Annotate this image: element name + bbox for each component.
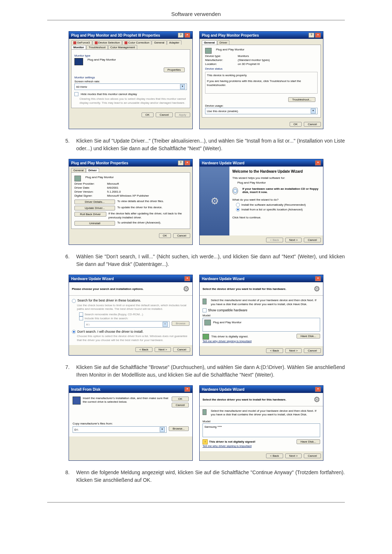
install-from-disk-dialog: Install From Disk × Insert the manufactu… [69, 385, 193, 461]
copy-from-path[interactable]: D:\▾ [73, 426, 167, 433]
cancel-button[interactable]: Cancel [304, 454, 321, 458]
back-button[interactable]: < Back [266, 454, 283, 458]
tab-color-correction[interactable]: Color Correction [122, 40, 151, 45]
radio-dont-search[interactable] [72, 330, 76, 334]
monitor-icon [74, 58, 83, 65]
gear-icon: ⚙ [314, 395, 320, 404]
radio-list[interactable] [236, 208, 240, 212]
ok-button[interactable]: OK [290, 122, 302, 127]
show-compatible-checkbox[interactable] [203, 308, 207, 312]
uninstall-button[interactable]: Uninstall [74, 221, 115, 226]
monitor-type-label: Monitor type [74, 54, 187, 57]
close-icon[interactable]: × [315, 387, 321, 392]
tab-general[interactable]: General [202, 40, 217, 45]
radio-search[interactable] [72, 299, 76, 303]
next-button[interactable]: Next > [155, 347, 171, 352]
step-number: 6. [65, 253, 76, 268]
cancel-button[interactable]: Cancel [304, 238, 321, 242]
gear-icon: ⚙ [183, 284, 189, 293]
close-icon[interactable]: × [315, 276, 321, 281]
driver-version-label: Driver Version: [74, 190, 107, 193]
browse-button: Browse [172, 321, 189, 326]
nvidia-icon [73, 41, 76, 44]
tab-driver[interactable]: Driver [217, 40, 229, 45]
update-driver-button[interactable]: Update Driver... [74, 206, 115, 210]
tab-monitor[interactable]: Monitor [71, 45, 86, 49]
monitor-icon [204, 320, 211, 325]
close-icon[interactable]: × [184, 33, 190, 38]
ok-button[interactable]: OK [159, 233, 171, 238]
have-disk-button[interactable]: Have Disk... [297, 334, 320, 338]
cancel-button[interactable]: Cancel [304, 122, 321, 127]
tab-color-management[interactable]: Color Management [108, 45, 137, 49]
step-number: 7. [65, 364, 76, 379]
signing-info-link[interactable]: Tell me why driver signing is important [203, 340, 252, 343]
cancel-button[interactable]: Cancel [173, 233, 190, 238]
model-list[interactable]: Plug and Play Monitor [203, 318, 320, 332]
properties-button[interactable]: Properties [164, 67, 185, 72]
window-title: Hardware Update Wizard [202, 277, 245, 281]
nvidia-icon [95, 41, 98, 44]
close-icon[interactable]: × [315, 160, 321, 165]
tab-geforce3[interactable]: GeForce3 [71, 40, 92, 45]
driver-date-label: Driver Date: [74, 186, 107, 189]
pnp-monitor-properties-driver: Plug and Play Monitor Properties ? × Gen… [69, 159, 193, 245]
model-list[interactable]: Samsung **** [203, 423, 320, 437]
device-name: Plug and Play Monitor [216, 48, 244, 52]
ok-button[interactable]: OK [142, 112, 154, 117]
tab-driver[interactable]: Driver [86, 168, 99, 172]
chevron-down-icon[interactable]: ▾ [160, 427, 165, 432]
chevron-down-icon[interactable]: ▾ [311, 108, 316, 114]
cancel-button[interactable]: Cancel [304, 348, 321, 353]
help-icon[interactable]: ? [309, 33, 314, 38]
ok-button[interactable]: OK [172, 397, 189, 401]
radio-auto[interactable] [236, 203, 240, 207]
cancel-button[interactable]: Cancel [172, 403, 189, 407]
next-button[interactable]: Next > [285, 238, 302, 242]
signing-info-link[interactable]: Tell me why driver signing is important [203, 444, 256, 448]
driver-details-text: To view details about the driver files. [117, 200, 164, 203]
tab-troubleshoot[interactable]: Troubleshoot [86, 45, 107, 49]
tab-device-selection[interactable]: Device Selection [93, 40, 122, 45]
tab-general[interactable]: General [152, 40, 166, 45]
wizard-cd-note: If your hardware came with an installati… [242, 187, 320, 194]
close-icon[interactable]: × [315, 33, 321, 38]
rollback-driver-button[interactable]: Roll Back Driver [74, 212, 106, 217]
radio-dont-search-label: Don't search. I will choose the driver t… [77, 330, 143, 333]
next-button[interactable]: Next > [285, 454, 302, 458]
device-usage-select[interactable]: Use this device (enable) ▾ [205, 108, 318, 114]
back-button[interactable]: < Back [135, 347, 152, 352]
manufacturer-value: (Standard monitor types) [238, 58, 270, 62]
monitor-name: Plug and Play Monitor [87, 58, 116, 62]
back-button[interactable]: < Back [266, 348, 283, 353]
wizard-question: What do you want the wizard to do? [232, 198, 320, 201]
cancel-button[interactable]: Cancel [156, 112, 173, 117]
device-type-label: Device type: [205, 54, 238, 58]
help-icon[interactable]: ? [178, 160, 184, 165]
model-label: Model [203, 314, 320, 317]
update-driver-text: To update the driver for this device. [117, 206, 163, 209]
cancel-button[interactable]: Cancel [173, 347, 190, 352]
have-disk-button[interactable]: Have Disk... [297, 439, 320, 444]
hide-modes-checkbox[interactable] [74, 92, 78, 96]
digital-signer-value: Microsoft Windows XP Publisher [107, 194, 149, 197]
close-icon[interactable]: × [184, 276, 190, 281]
driver-details-button[interactable]: Driver Details... [74, 200, 115, 204]
wizard-intro: This wizard helps you install software f… [232, 176, 320, 180]
close-icon[interactable]: × [184, 160, 190, 165]
tab-adapter[interactable]: Adapter [167, 40, 181, 45]
driver-version-value: 5.1.2001.0 [107, 190, 121, 193]
select-driver-note: Select the manufacturer and model of you… [211, 299, 320, 306]
close-icon[interactable]: × [184, 387, 190, 392]
next-button[interactable]: Next > [285, 348, 302, 353]
refresh-rate-select[interactable]: 60 Hertz ▾ [74, 83, 187, 90]
browse-button[interactable]: Browse... [169, 426, 189, 431]
chevron-down-icon[interactable]: ▾ [180, 84, 185, 89]
wizard-side-image: ⚙ [200, 167, 229, 235]
hardware-update-wizard-welcome: Hardware Update Wizard × ⚙ Welcome to th… [199, 159, 323, 245]
signed-icon [203, 334, 209, 340]
troubleshoot-button[interactable]: Troubleshoot... [288, 97, 315, 102]
tab-general[interactable]: General [71, 168, 86, 172]
help-icon[interactable]: ? [178, 33, 184, 38]
uninstall-text: To uninstall the driver (Advanced). [117, 221, 161, 225]
